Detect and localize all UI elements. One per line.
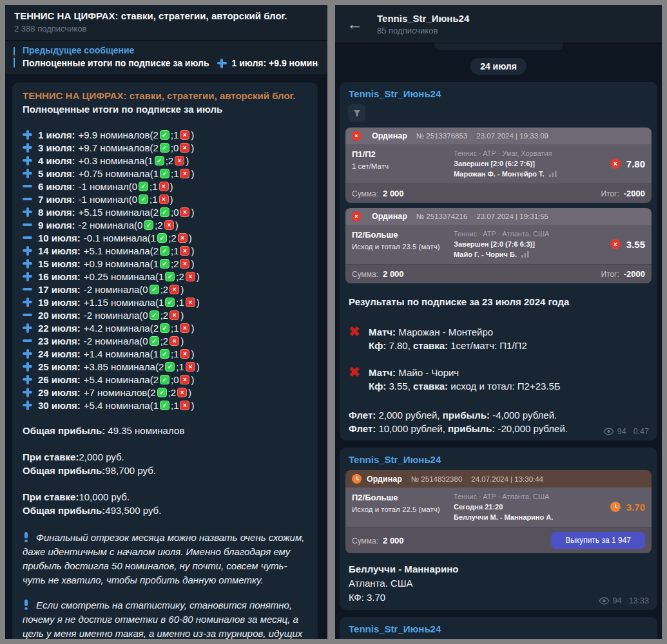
check-icon: ✓ [165,298,175,307]
paren-close: ) [170,181,173,192]
bet-number: № 2514832380 [411,475,463,483]
channel-link[interactable]: Tennis_Str_Июнь24 [345,86,652,104]
note-paragraph: Финальный отрезок месяца можно назвать о… [23,531,307,587]
bet-pick: П2/Больше [352,230,454,240]
cross-icon: × [169,336,179,346]
bet-card-body: П2/Больше Исход и тотал 23.5 (матч) Тенн… [345,225,652,264]
bet-card-header: × Ординар № 2513374216 23.07.2024 | 19:3… [345,208,652,225]
day-result: +0.9 номинала [84,258,150,269]
bet-players: Майо Г. - Чорич Б. [454,251,517,258]
views-count: 94 [613,596,622,605]
partial-date-pill [434,43,563,50]
wins-count: 0 [132,194,137,205]
match-location: Атланта. США [349,576,648,591]
plus-icon [217,59,227,68]
losses-count: 1 [173,245,179,256]
day-result-line: 25 июля: +3.85 номинала (2✓; 1×) [23,360,307,373]
day-result-line: 9 июля: -2 номинала (0✓; 2×) [23,218,307,231]
day-result-line: 29 июля: +7 номиналов (2✓; 2×) [23,386,307,399]
message-meta: 94 13:33 [599,596,649,605]
day-result-line: 30 июля: +5.4 номинала (1✓; 1×) [23,399,307,412]
date-pill[interactable]: 24 июля [470,58,527,75]
profit-value: -4,000 рублей. [490,410,557,421]
result-entry: ✖ Матч: Марожан - Монтейро Кф: 7.80, ста… [349,325,648,352]
check-icon: ✓ [160,207,169,217]
day-date: 19 июля: [38,297,81,308]
left-channel-header[interactable]: ТЕННИС НА ЦИФРАХ: ставки, стратегии, авт… [5,5,327,40]
bet-cards: × Ординар № 2514832380 24.07.2024 | 13:3… [345,470,652,553]
back-arrow-icon[interactable]: ← [347,16,363,32]
channel-link[interactable]: Tennis_Str_Июнь24 [345,452,652,470]
wins-count: 1 [159,271,164,282]
day-result-line: 4 июля: +0.3 номинала (1✓; 2×) [23,154,307,167]
wins-count: 2 [150,387,155,398]
wins-count: 0 [142,336,148,346]
day-date: 9 июля: [38,220,75,231]
paren-close: ) [191,207,194,218]
bet-type: Ординар [372,131,407,140]
bet-pick: П2/Больше [352,493,454,502]
channel-link[interactable]: Tennis_Str_Июнь24 [345,621,652,639]
day-date: 23 июля: [38,336,81,346]
cross-icon: × [180,375,189,384]
right-chat[interactable]: 24 июля Tennis_Str_Июнь24 × Ординар № 25… [335,43,662,639]
bet-card-footer: Сумма:2 000 Итог:-2000 [345,264,652,283]
plus-icon [23,207,32,217]
sum-value: 2 000 [383,536,404,545]
right-channel-header[interactable]: ← Tennis_Str_Июнь24 85 подписчиков [335,5,662,43]
day-result: -1 номинал [78,194,128,205]
minus-icon [23,233,32,243]
message-time: 13:33 [629,596,649,605]
notes: Финальный отрезок месяца можно назвать о… [23,531,307,639]
left-message-area[interactable]: ТЕННИС НА ЦИФРАХ: ставки, стратегии, авт… [5,74,327,639]
match-name: Марожан - Монтейро [396,327,493,337]
cross-icon: × [180,143,189,153]
right-chat-window: ← Tennis_Str_Июнь24 85 подписчиков 24 ию… [335,5,662,639]
message-bubble: Tennis_Str_Июнь24 × Ординар № 2513376853… [340,82,657,440]
profit-value: 493,500 руб. [105,505,161,516]
sum-value: 2 000 [383,189,404,198]
plus-icon [23,143,32,153]
flet-line: Флет: 2,000 рублей, прибыль: -4,000 рубл… [349,408,648,422]
exclamation-icon [24,532,28,542]
left-subscriber-count: 2 388 подписчиков [14,24,318,33]
note-text: Финальный отрезок месяца можно назвать о… [23,532,304,585]
day-result: +4.2 номинала [84,323,150,334]
day-result-line: 17 июля: -2 номинала (0✓; 2×) [23,283,307,296]
result-entry: ✖ Матч: Майо - Чорич Кф: 3.55, ставка: и… [349,366,648,393]
losses-count: 1 [179,361,184,372]
stake-label: При ставке: [23,451,79,462]
paren-close: ) [191,168,194,179]
odds-pending-clock-icon [610,502,621,512]
message-author[interactable]: ТЕННИС НА ЦИФРАХ: ставки, стратегии, авт… [23,89,307,102]
cross-icon: × [180,246,189,256]
day-date: 5 июля: [38,168,75,179]
message-meta: 94 0:47 [603,427,649,436]
odds-value: 7.80 [626,158,645,169]
day-date: 8 июля: [38,207,75,218]
result-value: -2000 [624,269,645,279]
bet-number: № 2513374216 [416,213,468,220]
pinned-message-bar[interactable]: Предыдущее сообщение Полноценные итоги п… [5,40,327,74]
day-date: 29 июля: [38,387,81,398]
wins-count: 1 [153,258,159,269]
stats-bars-icon [521,251,529,258]
result-pair: Итог:-2000 [601,269,645,279]
cross-icon: × [159,194,169,204]
minus-icon [23,182,32,191]
day-result: +1.4 номинала [84,348,150,359]
cross-icon: × [180,207,189,217]
cross-icon: × [169,310,179,320]
losses-count: 1 [152,194,157,205]
pinned-rail [14,47,15,68]
stake-value: исход и тотал: П2+23.5Б [448,381,561,392]
wins-count: 1 [153,348,159,359]
stats-bars-icon [549,171,557,177]
stake-block: При ставке:2,000 руб. Общая прибыль:98,7… [23,450,307,477]
buyout-button[interactable]: Выкупить за 1 947 [551,532,645,549]
check-icon: ✓ [165,362,175,372]
bet-card-body: П1/П2 1 сет/Матч Теннис · ATP · Умаг, Хо… [345,144,652,184]
filter-badge [348,104,365,122]
bet-league: Теннис · ATP · Атланта, США [454,493,590,500]
day-result-line: 8 июля: +5.15 номинала (2✓; 0×) [23,205,307,218]
